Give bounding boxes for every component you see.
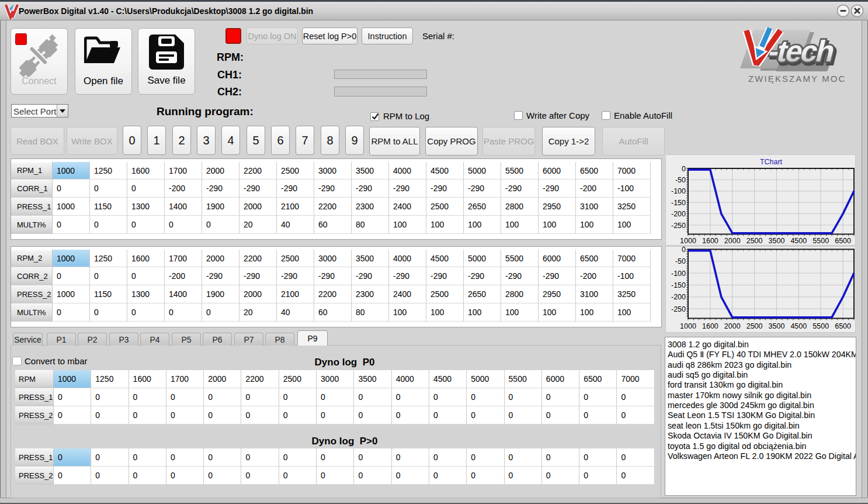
svg-text:6500: 6500	[835, 237, 851, 245]
svg-text:2500: 2500	[747, 237, 763, 245]
svg-text:TChart: TChart	[760, 158, 783, 166]
svg-text:-100: -100	[671, 187, 686, 195]
svg-text:6500: 6500	[835, 322, 851, 330]
svg-text:-150: -150	[671, 281, 686, 289]
svg-text:-250: -250	[671, 305, 686, 313]
svg-text:-200: -200	[671, 210, 686, 218]
svg-text:1000: 1000	[680, 237, 696, 245]
svg-text:1000: 1000	[680, 322, 696, 330]
svg-text:0: 0	[682, 246, 686, 254]
svg-text:2500: 2500	[747, 322, 763, 330]
svg-text:-250: -250	[671, 222, 686, 230]
svg-text:2000: 2000	[724, 322, 741, 330]
svg-text:0: 0	[682, 165, 686, 173]
svg-text:3500: 3500	[769, 237, 785, 245]
svg-text:1600: 1600	[702, 322, 718, 330]
svg-text:4500: 4500	[790, 322, 807, 330]
svg-text:-200: -200	[671, 293, 686, 301]
svg-text:5500: 5500	[813, 322, 829, 330]
svg-text:3500: 3500	[769, 322, 785, 330]
svg-text:-150: -150	[671, 199, 686, 207]
svg-text:-50: -50	[675, 176, 686, 184]
svg-text:-100: -100	[671, 270, 686, 278]
svg-text:4500: 4500	[790, 237, 807, 245]
svg-text:1600: 1600	[702, 237, 718, 245]
svg-text:-50: -50	[675, 257, 686, 265]
svg-text:2000: 2000	[724, 237, 741, 245]
svg-text:5500: 5500	[813, 237, 829, 245]
